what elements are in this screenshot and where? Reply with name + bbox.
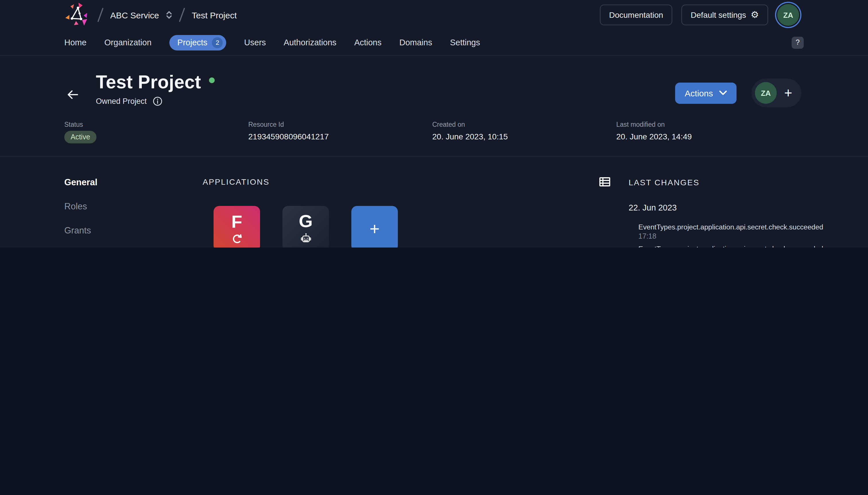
tab-home[interactable]: Home (64, 38, 86, 47)
main-nav: Home Organization Projects 2 Users Autho… (0, 30, 868, 56)
projects-count-badge: 2 (212, 37, 223, 48)
app-card-new[interactable]: + New (351, 206, 398, 248)
event-row[interactable]: EventTypes.project.application.api.secre… (638, 223, 840, 240)
tab-domains[interactable]: Domains (399, 38, 432, 47)
meta-resource-id: Resource Id 219345908096041217 (248, 121, 432, 143)
add-contributor-icon[interactable]: + (784, 86, 792, 100)
application-cards: F Front-end Application User Agent G (214, 206, 610, 248)
top-bar: ABC Service Test Project Documentation D… (0, 0, 868, 30)
last-changes-panel: LAST CHANGES 22. Jun 2023 EventTypes.pro… (628, 177, 840, 248)
tab-settings[interactable]: Settings (450, 38, 480, 47)
app-initial: F (231, 213, 242, 231)
breadcrumb-project[interactable]: Test Project (192, 10, 237, 20)
event-name: EventTypes.project.application.api.secre… (638, 245, 840, 248)
last-changes-title: LAST CHANGES (628, 178, 700, 187)
new-app-tile: + (351, 206, 398, 248)
app-initial: G (299, 212, 313, 230)
breadcrumb-slash (179, 8, 185, 22)
status-label: Status (64, 121, 248, 128)
user-avatar[interactable]: ZA (777, 4, 799, 26)
meta-created: Created on 20. June 2023, 10:15 (432, 121, 616, 143)
event-name: EventTypes.project.application.api.secre… (638, 223, 840, 231)
console-page: ABC Service Test Project Documentation D… (0, 0, 868, 248)
modified-label: Last modified on (616, 121, 800, 128)
chevron-down-icon (719, 91, 727, 95)
table-view-icon (599, 177, 610, 186)
app-tile: G (282, 206, 329, 248)
user-agent-icon (231, 233, 243, 244)
info-icon[interactable] (152, 96, 162, 106)
project-side-nav: General Roles Grants Authorizations (64, 177, 170, 248)
org-switcher-icon (166, 11, 172, 19)
active-status-dot (209, 77, 215, 83)
resource-id-label: Resource Id (248, 121, 432, 128)
arrow-left-icon (67, 89, 79, 100)
tab-users[interactable]: Users (244, 38, 266, 47)
modified-value: 20. June 2023, 14:49 (616, 132, 800, 141)
breadcrumb-org-selector[interactable]: ABC Service (110, 10, 172, 20)
plus-icon: + (370, 220, 379, 237)
event-list: EventTypes.project.application.api.secre… (628, 223, 840, 248)
help-button[interactable]: ? (792, 36, 804, 49)
app-tile: F (214, 206, 260, 248)
gear-icon: ⚙ (751, 10, 759, 19)
contributor-avatar: ZA (755, 82, 777, 104)
breadcrumb-org-label: ABC Service (110, 10, 159, 20)
contributor-avatar-initials: ZA (761, 89, 771, 97)
resource-id-value: 219345908096041217 (248, 132, 432, 141)
meta-status: Status Active (64, 121, 248, 143)
meta-modified: Last modified on 20. June 2023, 14:49 (616, 121, 800, 143)
top-bar-actions: Documentation Default settings ⚙ ZA (600, 4, 800, 26)
tab-actions[interactable]: Actions (354, 38, 381, 47)
back-button[interactable] (64, 87, 81, 103)
tab-authorizations[interactable]: Authorizations (283, 38, 337, 47)
breadcrumb-slash (97, 8, 104, 22)
documentation-label: Documentation (609, 10, 663, 19)
user-avatar-initials: ZA (783, 11, 793, 19)
page-header: Test Project Owned Project Actions (0, 56, 868, 107)
sidebar-item-grants[interactable]: Grants (64, 225, 170, 236)
brand-logo-icon[interactable] (64, 2, 91, 28)
sidebar-item-roles[interactable]: Roles (64, 201, 170, 212)
project-meta: Status Active Resource Id 21934590809604… (0, 107, 868, 157)
sidebar-item-general[interactable]: General (64, 177, 170, 188)
tab-projects-label: Projects (177, 38, 208, 47)
status-badge: Active (64, 131, 96, 143)
tab-organization[interactable]: Organization (104, 38, 151, 47)
page-title: Test Project (96, 72, 201, 93)
documentation-button[interactable]: Documentation (600, 4, 672, 25)
app-card-front-end[interactable]: F Front-end Application User Agent (214, 206, 260, 248)
default-settings-label: Default settings (691, 10, 746, 19)
project-type-label: Owned Project (96, 97, 147, 105)
content-area: General Roles Grants Authorizations APPL… (0, 157, 868, 248)
title-block: Test Project Owned Project (96, 72, 215, 106)
contributors-pill[interactable]: ZA + (752, 79, 801, 107)
default-settings-button[interactable]: Default settings ⚙ (682, 4, 768, 25)
created-value: 20. June 2023, 10:15 (432, 132, 616, 141)
app-card-greeting-api[interactable]: G Greeting API API (282, 206, 329, 248)
actions-label: Actions (685, 88, 713, 98)
event-time: 17:18 (638, 232, 840, 240)
created-label: Created on (432, 121, 616, 128)
tab-projects[interactable]: Projects 2 (169, 35, 227, 50)
robot-icon (299, 232, 312, 245)
event-row[interactable]: EventTypes.project.application.api.secre… (638, 245, 840, 248)
table-view-button[interactable] (599, 177, 610, 186)
actions-dropdown-button[interactable]: Actions (675, 82, 737, 104)
page-header-actions: Actions ZA + (675, 79, 801, 107)
center-column: APPLICATIONS F (203, 177, 610, 248)
applications-title: APPLICATIONS (203, 177, 269, 186)
changes-date: 22. Jun 2023 (628, 203, 840, 212)
